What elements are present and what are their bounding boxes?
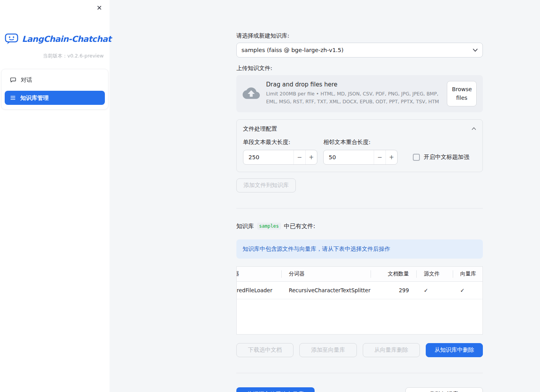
- main-content: 请选择或新建知识库: samples (faiss @ bge-large-zh…: [110, 0, 540, 392]
- cell-source-check: ✓: [417, 282, 453, 299]
- sidebar-item-knowledge-base[interactable]: 知识库管理: [5, 91, 105, 105]
- cell-docs: 299: [371, 282, 417, 299]
- app-title: LangChain-Chatchat: [22, 34, 111, 44]
- cell-splitter: RecursiveCharacterTextSplitter: [282, 282, 371, 299]
- cell-vector-check: ✓: [453, 282, 482, 299]
- add-files-button[interactable]: 添加文件到知识库: [236, 178, 296, 192]
- delete-kb-button[interactable]: 删除知识库: [405, 387, 483, 392]
- upload-label: 上传知识文件:: [236, 65, 483, 72]
- sidebar: ✕ LangChain-Chatchat 当前版本：v0.2.6-preview…: [0, 0, 110, 392]
- chat-logo-icon: [5, 33, 19, 45]
- sidebar-item-dialogue[interactable]: 对话: [5, 73, 105, 87]
- delete-from-kb-button[interactable]: 从知识库中删除: [426, 343, 483, 357]
- col-header-splitter[interactable]: 分词器: [282, 267, 371, 281]
- app-logo: LangChain-Chatchat: [5, 33, 110, 45]
- checkbox-label: 开启中文标题加强: [424, 153, 469, 161]
- dropzone-text: Drag and drop files here Limit 200MB per…: [266, 81, 441, 106]
- divider: [236, 208, 483, 209]
- cell-loader: redFileLoader: [237, 282, 282, 299]
- col-header-source[interactable]: 源文件: [417, 267, 453, 281]
- expander-header[interactable]: 文件处理配置: [243, 125, 476, 133]
- delete-from-vectorstore-button[interactable]: 从向量库删除: [363, 343, 420, 357]
- chunk-size-value: 250: [243, 150, 293, 164]
- chevron-up-icon: [472, 127, 476, 130]
- kb-select-value: samples (faiss @ bge-large-zh-v1.5): [241, 47, 344, 53]
- kb-actions: 依据源文件重建向量库 删除知识库: [236, 387, 483, 392]
- minus-icon[interactable]: −: [293, 150, 305, 164]
- list-icon: [10, 95, 16, 101]
- dropzone-title: Drag and drop files here: [266, 81, 441, 88]
- kb-name-code: samples: [257, 223, 281, 230]
- chunk-size-group: 单段文本最大长度: 250 − +: [243, 138, 317, 165]
- file-actions: 下载选中文档 添加至向量库 从向量库删除 从知识库中删除: [236, 343, 483, 357]
- cloud-upload-icon: [243, 87, 260, 100]
- close-sidebar-icon[interactable]: ✕: [94, 3, 104, 13]
- plus-icon[interactable]: +: [385, 150, 397, 164]
- sidebar-menu: 对话 知识库管理: [1, 69, 108, 110]
- kb-select[interactable]: samples (faiss @ bge-large-zh-v1.5): [236, 43, 483, 58]
- divider: [236, 373, 483, 373]
- info-banner: 知识库中包含源文件与向量库，请从下表中选择文件后操作: [236, 239, 483, 259]
- files-table[interactable]: 器 分词器 文档数量 源文件 向量库 redFileLoader Recursi…: [236, 266, 483, 334]
- col-header-vector[interactable]: 向量库: [453, 267, 482, 281]
- col-header-loader[interactable]: 器: [237, 267, 282, 281]
- sidebar-item-label: 对话: [21, 76, 32, 84]
- existing-files-heading: 知识库 samples 中已有文件:: [236, 223, 483, 230]
- overlap-label: 相邻文本重合长度:: [323, 138, 398, 146]
- chunk-size-label: 单段文本最大长度:: [243, 138, 317, 146]
- browse-files-button[interactable]: Browse files: [447, 81, 477, 106]
- kb-select-label: 请选择或新建知识库:: [236, 32, 483, 40]
- add-to-vectorstore-button[interactable]: 添加至向量库: [299, 343, 356, 357]
- zh-title-enhance-checkbox[interactable]: 开启中文标题加强: [413, 150, 469, 165]
- table-header-row: 器 分词器 文档数量 源文件 向量库: [237, 267, 482, 282]
- version-label: 当前版本：v0.2.6-preview: [0, 53, 104, 59]
- checkmark-icon: ✓: [460, 287, 464, 293]
- overlap-input[interactable]: 50 − +: [323, 150, 398, 165]
- chunk-size-input[interactable]: 250 − +: [243, 150, 317, 165]
- file-dropzone[interactable]: Drag and drop files here Limit 200MB per…: [236, 75, 483, 112]
- download-selected-button[interactable]: 下载选中文档: [236, 343, 293, 357]
- sidebar-item-label: 知识库管理: [20, 94, 49, 102]
- overlap-group: 相邻文本重合长度: 50 − +: [323, 138, 398, 165]
- table-row[interactable]: redFileLoader RecursiveCharacterTextSpli…: [237, 282, 482, 299]
- checkbox-icon[interactable]: [413, 154, 420, 161]
- col-header-docs[interactable]: 文档数量: [371, 267, 417, 281]
- chat-bubble-icon: [10, 77, 16, 83]
- existing-suffix: 中已有文件:: [284, 223, 315, 230]
- chevron-down-icon: [473, 49, 478, 52]
- rebuild-vectorstore-button[interactable]: 依据源文件重建向量库: [236, 387, 315, 392]
- dropzone-limit: Limit 200MB per file • HTML, MD, JSON, C…: [266, 90, 441, 106]
- existing-prefix: 知识库: [236, 223, 254, 230]
- checkmark-icon: ✓: [424, 287, 428, 293]
- expander-title: 文件处理配置: [243, 125, 277, 133]
- minus-icon[interactable]: −: [374, 150, 385, 164]
- overlap-value: 50: [324, 150, 374, 164]
- config-row: 单段文本最大长度: 250 − + 相邻文本重合长度: 50 − +: [243, 138, 476, 165]
- file-config-expander: 文件处理配置 单段文本最大长度: 250 − + 相邻文本重合长度:: [236, 119, 483, 172]
- plus-icon[interactable]: +: [305, 150, 317, 164]
